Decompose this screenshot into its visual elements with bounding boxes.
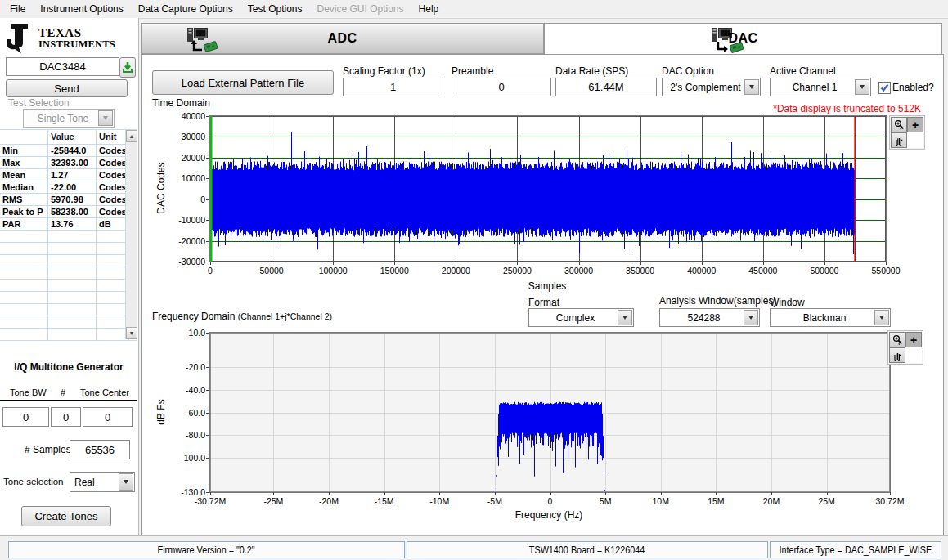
chevron-down-icon — [749, 85, 754, 89]
crosshair-tool-button[interactable]: + — [907, 117, 923, 132]
tone-count-label: # — [61, 388, 65, 397]
time-domain-canvas[interactable] — [210, 116, 886, 262]
x-tick-mark — [824, 262, 825, 265]
format-dropdown[interactable]: Complex — [528, 308, 634, 327]
pan-tool-button[interactable] — [889, 347, 905, 363]
num-samples-input[interactable]: 65536 — [70, 440, 130, 459]
zoom-tool-button[interactable] — [889, 332, 905, 347]
tone-selection-dropdown[interactable]: Real — [70, 472, 135, 492]
header-value: Value — [48, 130, 97, 144]
x-tick-mark — [886, 262, 887, 265]
scaling-factor-input[interactable]: 1 — [343, 78, 443, 96]
x-tick-mark — [272, 262, 272, 265]
preamble-input[interactable]: 0 — [452, 78, 551, 96]
device-select-input[interactable]: DAC3484 — [6, 57, 119, 76]
left-panel: Texas Instruments DAC3484 Send Test Sele… — [0, 18, 139, 536]
stat-value: 58238.00 — [48, 206, 97, 217]
data-rate-input[interactable]: 61.44M — [555, 78, 657, 96]
active-channel-dropdown-button[interactable] — [855, 79, 869, 95]
x-tick-mark — [394, 262, 395, 265]
window-dropdown[interactable]: Blackman — [770, 308, 891, 327]
stat-unit: Codes — [97, 145, 129, 156]
active-channel-dropdown[interactable]: Channel 1 — [770, 78, 871, 96]
x-tick-mark — [702, 262, 703, 265]
x-tick-label: 100000 — [304, 266, 362, 276]
pan-tool-button[interactable] — [891, 132, 907, 148]
analysis-window-dropdown[interactable]: 524288 — [659, 308, 760, 327]
dac-option-label: DAC Option — [662, 65, 714, 77]
tab-dac[interactable]: DAC — [544, 23, 942, 54]
tone-bw-input[interactable]: 0 — [2, 407, 49, 427]
load-external-pattern-file-button[interactable]: Load External Pattern File — [152, 70, 334, 95]
menu-help[interactable]: Help — [411, 1, 447, 17]
enabled-checkbox[interactable] — [878, 82, 891, 94]
y-tick-mark — [206, 158, 209, 159]
menu-device-gui-options: Device GUI Options — [310, 1, 411, 17]
tab-adc[interactable]: ADC — [141, 23, 544, 54]
stat-unit: Codes — [97, 157, 129, 168]
x-tick-label: 200000 — [427, 266, 484, 276]
dac-option-dropdown-button[interactable] — [744, 79, 759, 95]
zoom-tool-button[interactable] — [891, 117, 907, 132]
table-row: RMS5970.98Codes — [0, 194, 137, 206]
analysis-window-label: Analysis Window(samples) — [659, 295, 776, 307]
time-x-axis-title: Samples — [498, 280, 596, 292]
header-unit: Unit — [97, 130, 129, 144]
scroll-up-icon[interactable]: ▲ — [126, 130, 137, 142]
y-tick-mark — [206, 333, 209, 334]
x-tick-mark — [640, 262, 641, 265]
format-dropdown-button[interactable] — [618, 310, 632, 325]
menu-bar: File Instrument Options Data Capture Opt… — [0, 0, 948, 19]
dac-main-panel: Load External Pattern File Scaling Facto… — [141, 54, 944, 538]
menu-file[interactable]: File — [2, 1, 33, 17]
tab-adc-label: ADC — [142, 31, 543, 46]
table-scrollbar[interactable]: ▲ ▼ — [125, 130, 137, 339]
y-tick-mark — [206, 367, 209, 368]
tone-center-input[interactable]: 0 — [83, 407, 133, 427]
y-tick-mark — [206, 241, 209, 242]
menu-test-options[interactable]: Test Options — [240, 1, 310, 17]
x-tick-label: -20M — [300, 496, 357, 506]
y-tick-label: -100.0 — [158, 453, 205, 463]
dac-option-dropdown[interactable]: 2's Complement — [662, 78, 761, 96]
num-samples-label: # Samples — [25, 444, 71, 455]
x-tick-label: -30.72M — [182, 496, 239, 506]
tone-center-label: Tone Center — [80, 388, 129, 397]
tone-count-input[interactable]: 0 — [51, 407, 81, 427]
tone-selection-dropdown-button[interactable] — [119, 473, 133, 491]
y-tick-mark — [206, 199, 209, 200]
window-dropdown-button[interactable] — [874, 310, 889, 325]
menu-instrument-options[interactable]: Instrument Options — [33, 1, 130, 17]
y-tick-label: 10.0 — [158, 328, 205, 338]
x-tick-label: -10M — [411, 496, 468, 506]
send-button[interactable]: Send — [6, 79, 128, 97]
scroll-down-icon[interactable]: ▼ — [126, 327, 137, 339]
stat-unit: Codes — [97, 181, 129, 193]
x-tick-mark — [456, 262, 456, 265]
table-row: Mean1.27Codes — [0, 169, 137, 181]
x-tick-label: 350000 — [612, 266, 669, 276]
chevron-down-icon — [622, 316, 627, 320]
x-tick-mark — [827, 492, 828, 495]
frequency-domain-canvas[interactable] — [210, 333, 890, 492]
stat-value: 32393.00 — [48, 157, 97, 168]
window-value: Blackman — [803, 312, 847, 324]
data-rate-label: Data Rate (SPS) — [555, 65, 628, 77]
y-tick-label: -130.0 — [158, 487, 205, 497]
table-row-empty — [0, 292, 137, 304]
analysis-window-value: 524288 — [687, 312, 720, 324]
frequency-domain-plot[interactable]: -30.72M-25M-20M-15M-10M-5M05M10M15M20M25… — [209, 332, 891, 493]
crosshair-tool-button[interactable]: + — [905, 332, 922, 347]
menu-data-capture-options[interactable]: Data Capture Options — [131, 1, 240, 17]
create-tones-button[interactable]: Create Tones — [21, 506, 111, 526]
header-blank — [0, 130, 48, 144]
hand-icon — [894, 136, 904, 146]
table-row-empty — [0, 243, 137, 255]
send-to-device-button[interactable] — [119, 57, 136, 78]
ti-logo-line1: Texas — [38, 27, 115, 39]
time-domain-plot[interactable]: 0500001000001500002000002500003000003500… — [209, 115, 887, 262]
magnifier-icon — [894, 119, 905, 130]
y-tick-mark — [206, 492, 209, 493]
frequency-domain-title: Frequency Domain (Channel 1+j*Channel 2) — [152, 311, 332, 322]
analysis-window-dropdown-button[interactable] — [744, 310, 758, 325]
